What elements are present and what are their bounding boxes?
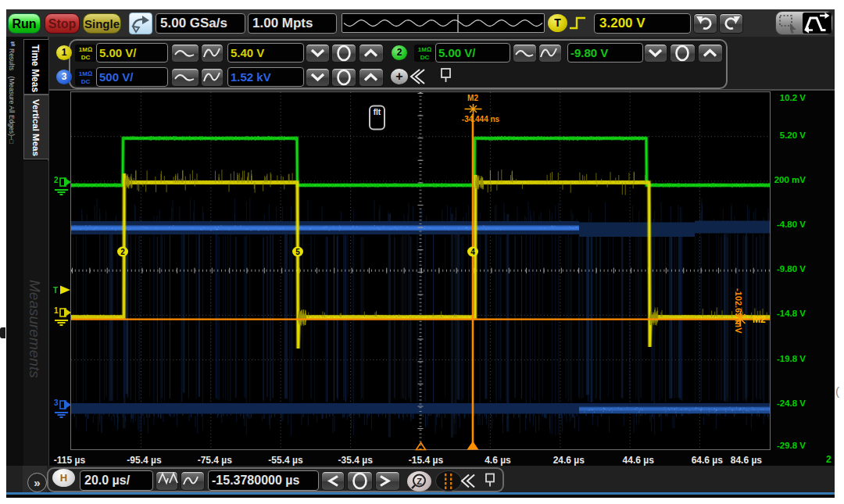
svg-text:Z: Z	[417, 477, 422, 486]
